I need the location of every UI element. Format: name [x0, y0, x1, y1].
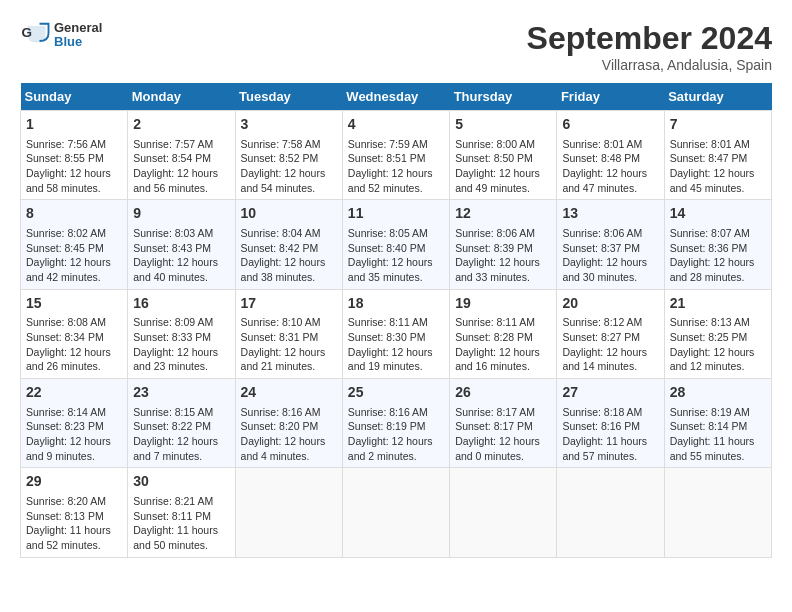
day-number: 13	[562, 204, 658, 224]
day-info: Sunrise: 8:08 AM Sunset: 8:34 PM Dayligh…	[26, 315, 122, 374]
day-info: Sunrise: 8:13 AM Sunset: 8:25 PM Dayligh…	[670, 315, 766, 374]
day-number: 4	[348, 115, 444, 135]
calendar-cell: 5Sunrise: 8:00 AM Sunset: 8:50 PM Daylig…	[450, 111, 557, 200]
calendar-cell: 18Sunrise: 8:11 AM Sunset: 8:30 PM Dayli…	[342, 289, 449, 378]
day-info: Sunrise: 8:01 AM Sunset: 8:48 PM Dayligh…	[562, 137, 658, 196]
calendar-table: SundayMondayTuesdayWednesdayThursdayFrid…	[20, 83, 772, 558]
col-header-wednesday: Wednesday	[342, 83, 449, 111]
day-number: 8	[26, 204, 122, 224]
calendar-cell: 15Sunrise: 8:08 AM Sunset: 8:34 PM Dayli…	[21, 289, 128, 378]
day-number: 5	[455, 115, 551, 135]
day-number: 30	[133, 472, 229, 492]
calendar-cell: 6Sunrise: 8:01 AM Sunset: 8:48 PM Daylig…	[557, 111, 664, 200]
day-info: Sunrise: 8:16 AM Sunset: 8:19 PM Dayligh…	[348, 405, 444, 464]
week-row-1: 1Sunrise: 7:56 AM Sunset: 8:55 PM Daylig…	[21, 111, 772, 200]
calendar-cell: 28Sunrise: 8:19 AM Sunset: 8:14 PM Dayli…	[664, 379, 771, 468]
day-number: 7	[670, 115, 766, 135]
calendar-cell	[664, 468, 771, 557]
day-info: Sunrise: 8:11 AM Sunset: 8:30 PM Dayligh…	[348, 315, 444, 374]
day-number: 9	[133, 204, 229, 224]
col-header-monday: Monday	[128, 83, 235, 111]
day-number: 3	[241, 115, 337, 135]
page-header: G General Blue September 2024 Villarrasa…	[20, 20, 772, 73]
day-number: 21	[670, 294, 766, 314]
week-row-2: 8Sunrise: 8:02 AM Sunset: 8:45 PM Daylig…	[21, 200, 772, 289]
week-row-3: 15Sunrise: 8:08 AM Sunset: 8:34 PM Dayli…	[21, 289, 772, 378]
week-row-5: 29Sunrise: 8:20 AM Sunset: 8:13 PM Dayli…	[21, 468, 772, 557]
calendar-cell	[235, 468, 342, 557]
day-info: Sunrise: 8:02 AM Sunset: 8:45 PM Dayligh…	[26, 226, 122, 285]
calendar-cell: 8Sunrise: 8:02 AM Sunset: 8:45 PM Daylig…	[21, 200, 128, 289]
day-info: Sunrise: 8:18 AM Sunset: 8:16 PM Dayligh…	[562, 405, 658, 464]
calendar-cell: 2Sunrise: 7:57 AM Sunset: 8:54 PM Daylig…	[128, 111, 235, 200]
col-header-friday: Friday	[557, 83, 664, 111]
day-info: Sunrise: 8:06 AM Sunset: 8:39 PM Dayligh…	[455, 226, 551, 285]
day-info: Sunrise: 8:11 AM Sunset: 8:28 PM Dayligh…	[455, 315, 551, 374]
day-number: 22	[26, 383, 122, 403]
calendar-cell: 13Sunrise: 8:06 AM Sunset: 8:37 PM Dayli…	[557, 200, 664, 289]
day-info: Sunrise: 8:09 AM Sunset: 8:33 PM Dayligh…	[133, 315, 229, 374]
day-info: Sunrise: 8:03 AM Sunset: 8:43 PM Dayligh…	[133, 226, 229, 285]
calendar-cell: 3Sunrise: 7:58 AM Sunset: 8:52 PM Daylig…	[235, 111, 342, 200]
title-block: September 2024 Villarrasa, Andalusia, Sp…	[527, 20, 772, 73]
day-info: Sunrise: 8:07 AM Sunset: 8:36 PM Dayligh…	[670, 226, 766, 285]
logo-icon: G	[20, 20, 50, 50]
day-info: Sunrise: 8:14 AM Sunset: 8:23 PM Dayligh…	[26, 405, 122, 464]
calendar-cell: 25Sunrise: 8:16 AM Sunset: 8:19 PM Dayli…	[342, 379, 449, 468]
day-info: Sunrise: 7:57 AM Sunset: 8:54 PM Dayligh…	[133, 137, 229, 196]
logo: G General Blue	[20, 20, 102, 50]
calendar-cell	[557, 468, 664, 557]
day-number: 26	[455, 383, 551, 403]
month-title: September 2024	[527, 20, 772, 57]
calendar-cell: 4Sunrise: 7:59 AM Sunset: 8:51 PM Daylig…	[342, 111, 449, 200]
day-info: Sunrise: 7:58 AM Sunset: 8:52 PM Dayligh…	[241, 137, 337, 196]
calendar-cell: 22Sunrise: 8:14 AM Sunset: 8:23 PM Dayli…	[21, 379, 128, 468]
calendar-cell: 29Sunrise: 8:20 AM Sunset: 8:13 PM Dayli…	[21, 468, 128, 557]
day-info: Sunrise: 8:16 AM Sunset: 8:20 PM Dayligh…	[241, 405, 337, 464]
day-info: Sunrise: 8:12 AM Sunset: 8:27 PM Dayligh…	[562, 315, 658, 374]
day-info: Sunrise: 7:56 AM Sunset: 8:55 PM Dayligh…	[26, 137, 122, 196]
day-info: Sunrise: 8:04 AM Sunset: 8:42 PM Dayligh…	[241, 226, 337, 285]
day-info: Sunrise: 7:59 AM Sunset: 8:51 PM Dayligh…	[348, 137, 444, 196]
day-number: 12	[455, 204, 551, 224]
day-number: 19	[455, 294, 551, 314]
day-number: 2	[133, 115, 229, 135]
calendar-cell: 20Sunrise: 8:12 AM Sunset: 8:27 PM Dayli…	[557, 289, 664, 378]
calendar-cell: 11Sunrise: 8:05 AM Sunset: 8:40 PM Dayli…	[342, 200, 449, 289]
day-number: 25	[348, 383, 444, 403]
day-number: 18	[348, 294, 444, 314]
day-number: 14	[670, 204, 766, 224]
calendar-cell: 24Sunrise: 8:16 AM Sunset: 8:20 PM Dayli…	[235, 379, 342, 468]
day-number: 28	[670, 383, 766, 403]
calendar-cell: 17Sunrise: 8:10 AM Sunset: 8:31 PM Dayli…	[235, 289, 342, 378]
day-number: 27	[562, 383, 658, 403]
calendar-cell: 26Sunrise: 8:17 AM Sunset: 8:17 PM Dayli…	[450, 379, 557, 468]
col-header-saturday: Saturday	[664, 83, 771, 111]
day-info: Sunrise: 8:05 AM Sunset: 8:40 PM Dayligh…	[348, 226, 444, 285]
day-number: 15	[26, 294, 122, 314]
day-info: Sunrise: 8:21 AM Sunset: 8:11 PM Dayligh…	[133, 494, 229, 553]
day-number: 23	[133, 383, 229, 403]
day-info: Sunrise: 8:15 AM Sunset: 8:22 PM Dayligh…	[133, 405, 229, 464]
column-headers: SundayMondayTuesdayWednesdayThursdayFrid…	[21, 83, 772, 111]
calendar-cell	[342, 468, 449, 557]
day-number: 20	[562, 294, 658, 314]
day-number: 11	[348, 204, 444, 224]
calendar-cell: 10Sunrise: 8:04 AM Sunset: 8:42 PM Dayli…	[235, 200, 342, 289]
day-info: Sunrise: 8:00 AM Sunset: 8:50 PM Dayligh…	[455, 137, 551, 196]
day-number: 24	[241, 383, 337, 403]
location: Villarrasa, Andalusia, Spain	[527, 57, 772, 73]
col-header-tuesday: Tuesday	[235, 83, 342, 111]
day-info: Sunrise: 8:10 AM Sunset: 8:31 PM Dayligh…	[241, 315, 337, 374]
day-info: Sunrise: 8:17 AM Sunset: 8:17 PM Dayligh…	[455, 405, 551, 464]
day-info: Sunrise: 8:19 AM Sunset: 8:14 PM Dayligh…	[670, 405, 766, 464]
col-header-sunday: Sunday	[21, 83, 128, 111]
calendar-cell: 7Sunrise: 8:01 AM Sunset: 8:47 PM Daylig…	[664, 111, 771, 200]
calendar-cell	[450, 468, 557, 557]
day-number: 10	[241, 204, 337, 224]
day-number: 29	[26, 472, 122, 492]
calendar-cell: 27Sunrise: 8:18 AM Sunset: 8:16 PM Dayli…	[557, 379, 664, 468]
calendar-cell: 21Sunrise: 8:13 AM Sunset: 8:25 PM Dayli…	[664, 289, 771, 378]
week-row-4: 22Sunrise: 8:14 AM Sunset: 8:23 PM Dayli…	[21, 379, 772, 468]
day-number: 6	[562, 115, 658, 135]
